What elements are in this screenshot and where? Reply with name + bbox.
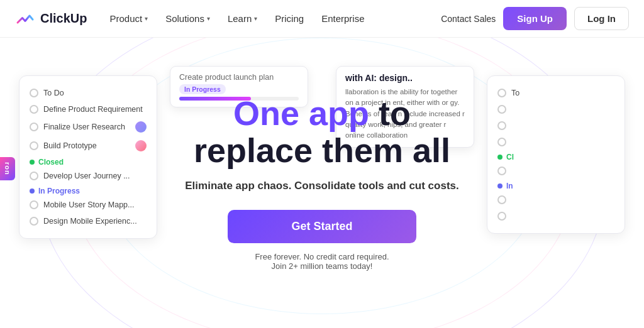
nav-item-enterprise[interactable]: Enterprise [314,8,372,29]
edge-tab: ron [0,157,15,180]
list-item: Design Mobile Experienc... [30,213,147,229]
nav-right: Contact Sales Sign Up Log In [441,7,629,30]
chevron-down-icon: ▾ [207,15,210,22]
nav-item-solutions[interactable]: Solutions ▾ [158,8,218,29]
task-circle-icon [497,138,506,146]
right-panel: To Cl In [487,75,625,234]
task-circle-icon [497,121,506,130]
hero-title-dark: replace them all [194,132,450,170]
list-item [497,208,614,224]
hero-title-highlight: One app [233,94,379,132]
left-panel: To Do Define Product Requirement Finaliz… [19,75,157,239]
list-item: Mobile User Story Mapp... [30,197,147,213]
login-button[interactable]: Log In [574,7,629,30]
navbar: ClickUp Product ▾ Solutions ▾ Learn ▾ Pr… [0,0,644,38]
hero-section: ron To Do Define Product Requirement Fin… [0,38,644,328]
hero-title: One app to replace them all [171,95,473,170]
status-badge: In Progress [179,84,226,94]
nav-item-pricing[interactable]: Pricing [267,8,311,29]
logo[interactable]: ClickUp [15,9,87,29]
list-item: To [497,85,614,101]
status-dot-icon [497,183,502,189]
task-circle-icon [497,195,506,204]
list-item [497,163,614,179]
task-circle-icon [497,105,506,114]
nav-left: ClickUp Product ▾ Solutions ▾ Learn ▾ Pr… [15,8,372,29]
task-circle-icon [30,141,38,150]
signup-button[interactable]: Sign Up [503,7,567,30]
task-circle-icon [497,212,506,221]
section-closed-right: Cl [497,150,614,163]
list-item: Define Product Requirement [30,101,147,118]
task-circle-icon [30,217,38,226]
nav-item-learn[interactable]: Learn ▾ [220,8,265,29]
task-circle-icon [30,200,38,209]
list-item [497,192,614,208]
avatar [135,140,147,151]
hero-subtitle: Eliminate app chaos. Consolidate tools a… [171,180,473,192]
hero-sub-text: Free forever. No credit card required. J… [171,252,473,271]
chevron-down-icon: ▾ [254,15,257,22]
list-item: Develop User Journey ... [30,168,147,184]
task-circle-icon [497,167,506,175]
nav-item-product[interactable]: Product ▾ [102,8,155,29]
task-circle-icon [30,123,38,131]
list-item [497,101,614,118]
status-dot-icon [30,160,35,165]
list-item: To Do [30,85,147,101]
section-inprogress-right: In [497,179,614,192]
task-circle-icon [30,89,38,97]
task-circle-icon [30,105,38,114]
chevron-down-icon: ▾ [145,15,148,22]
section-closed: Closed [30,155,147,168]
get-started-button[interactable]: Get Started [228,210,416,243]
status-dot-icon [30,189,35,194]
status-dot-icon [497,155,502,160]
contact-sales-link[interactable]: Contact Sales [441,14,496,24]
section-inprogress: In Progress [30,184,147,197]
list-item [497,118,614,134]
list-item [497,134,614,150]
hero-center: One app to replace them all Eliminate ap… [171,95,473,271]
logo-text: ClickUp [40,11,87,26]
task-circle-icon [30,172,38,180]
avatar [135,121,147,133]
task-circle-icon [497,89,506,97]
list-item: Build Prototype [30,136,147,155]
list-item: Finalize User Research [30,118,147,136]
logo-icon [15,9,35,29]
